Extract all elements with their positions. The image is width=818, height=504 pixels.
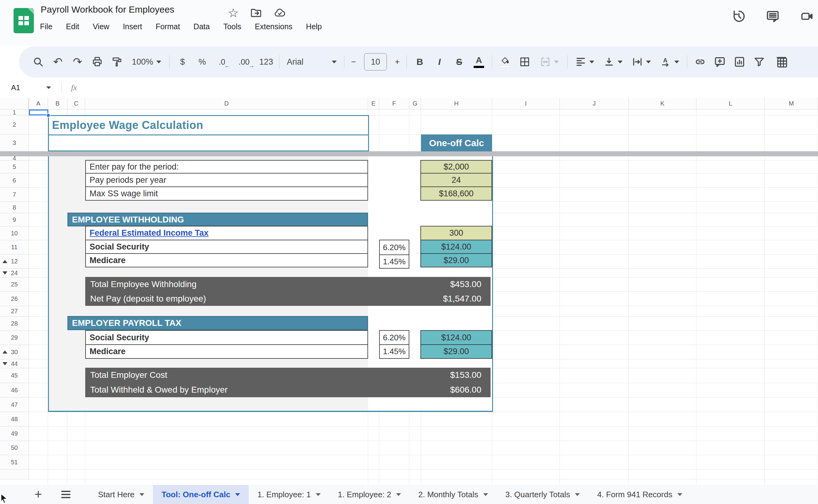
row-header-48[interactable]: 48	[0, 412, 29, 426]
net-pay-row[interactable]: Net Pay (deposit to employee) $1,547.00	[85, 291, 491, 306]
all-sheets-menu-icon[interactable]	[61, 491, 70, 498]
column-header-E[interactable]: E	[368, 98, 379, 110]
tab-caret-icon[interactable]	[235, 493, 240, 496]
cell-employer-ss-value[interactable]: $124.00	[421, 331, 491, 344]
move-folder-icon[interactable]	[250, 7, 262, 19]
create-filter-icon[interactable]	[749, 51, 769, 73]
menu-item-format[interactable]: Format	[156, 22, 180, 31]
menu-item-extensions[interactable]: Extensions	[255, 22, 292, 31]
menu-item-help[interactable]: Help	[306, 22, 322, 31]
sheets-logo-icon[interactable]	[14, 8, 34, 33]
cell-ss-rate[interactable]: 6.20%	[380, 240, 409, 254]
horizontal-align-button[interactable]	[571, 51, 599, 73]
row-header-25[interactable]: 25	[0, 278, 29, 292]
cell-employer-medicare-label[interactable]: Medicare	[86, 344, 367, 358]
tab-3-quarterly-totals[interactable]: 3. Quarterly Totals	[497, 485, 589, 504]
decrease-font-size-button[interactable]: −	[347, 51, 360, 73]
total-withholding-row[interactable]: Total Employee Withholding $453.00	[85, 277, 491, 291]
row-header-47[interactable]: 47	[0, 398, 29, 412]
cell-pay-period-label[interactable]: Enter pay for the period:	[86, 161, 367, 173]
selection-fill-handle[interactable]	[46, 113, 50, 118]
row-header-6[interactable]: 6	[0, 174, 29, 188]
frozen-rows-divider[interactable]	[0, 151, 818, 156]
row-header-3[interactable]: 3	[0, 134, 29, 151]
decrease-decimal-button[interactable]: .0←	[212, 51, 232, 73]
tab-caret-icon[interactable]	[316, 493, 321, 496]
row-header-50[interactable]: 50	[0, 441, 29, 455]
row-header-45[interactable]: 45	[0, 368, 29, 383]
font-selector[interactable]: Arial	[283, 51, 341, 73]
cell-employer-ss-rate[interactable]: 6.20%	[380, 331, 409, 344]
cell-pay-period-value[interactable]: $2,000	[421, 161, 491, 173]
row-header-46[interactable]: 46	[0, 383, 29, 398]
vertical-align-button[interactable]	[599, 51, 627, 73]
insert-chart-icon[interactable]	[730, 51, 749, 73]
search-icon[interactable]	[28, 51, 48, 73]
column-header-D[interactable]: D	[85, 98, 368, 110]
tab-start-here[interactable]: Start Here	[90, 485, 153, 504]
title-cell[interactable]: Employee Wage Calculation	[48, 115, 369, 151]
tab-2-monthly-totals[interactable]: 2. Monthly Totals	[410, 485, 497, 504]
row-header-11[interactable]: 11	[0, 240, 29, 254]
collapse-down-icon[interactable]	[2, 362, 7, 365]
increase-font-size-button[interactable]: +	[391, 51, 403, 73]
menu-item-file[interactable]: File	[40, 22, 52, 31]
star-icon[interactable]: ☆	[228, 7, 239, 19]
row-header-2[interactable]: 2	[0, 115, 29, 134]
pivot-table-icon[interactable]	[769, 51, 794, 73]
tab-caret-icon[interactable]	[677, 493, 682, 496]
cell-employer-medicare-value[interactable]: $29.00	[421, 344, 491, 358]
bold-button[interactable]: B	[410, 51, 430, 73]
federal-tax-link[interactable]: Federal Estimated Income Tax	[90, 228, 209, 238]
collapse-up-icon[interactable]	[2, 350, 7, 354]
tab-1-employee-2[interactable]: 1. Employee: 2	[329, 485, 410, 504]
name-box-caret-icon[interactable]	[46, 86, 51, 89]
row-header-8[interactable]: 8	[0, 202, 29, 213]
cloud-saved-icon[interactable]	[273, 7, 286, 19]
employee-withholding-header[interactable]: EMPLOYEE WITHHOLDING	[67, 213, 368, 226]
column-header-H[interactable]: H	[421, 98, 492, 110]
video-call-icon[interactable]	[800, 9, 814, 23]
name-box[interactable]: A1	[0, 83, 46, 92]
zoom-control[interactable]: 100%	[127, 51, 166, 73]
print-icon[interactable]	[87, 51, 107, 73]
strikethrough-button[interactable]: S	[449, 51, 469, 73]
number-format-button[interactable]: 123	[256, 51, 276, 73]
cell-medicare-label[interactable]: Medicare	[86, 253, 367, 267]
row-header-26[interactable]: 26	[0, 292, 29, 306]
row-header-10[interactable]: 10	[0, 226, 29, 240]
menu-item-edit[interactable]: Edit	[66, 22, 79, 31]
cell-max-ss-wage-value[interactable]: $168,600	[421, 186, 491, 200]
cell-max-ss-wage-label[interactable]: Max SS wage limit	[86, 186, 367, 200]
row-header-1[interactable]: 1	[0, 110, 29, 115]
tab-caret-icon[interactable]	[139, 493, 144, 496]
employer-payroll-tax-header[interactable]: EMPLOYER PAYROLL TAX	[67, 316, 368, 330]
sheet-canvas[interactable]: Employee Wage Calculation One-off Calc E…	[29, 110, 818, 485]
format-currency-button[interactable]: $	[173, 51, 192, 73]
increase-decimal-button[interactable]: .00→	[234, 51, 254, 73]
column-header-J[interactable]: J	[560, 98, 629, 110]
collapse-down-icon[interactable]	[2, 271, 7, 274]
insert-comment-icon[interactable]	[710, 51, 730, 73]
row-header-partial[interactable]	[0, 470, 29, 479]
cell-pay-periods-per-year-label[interactable]: Pay periods per year	[86, 173, 367, 186]
menu-item-data[interactable]: Data	[194, 22, 210, 31]
column-header-L[interactable]: L	[696, 98, 765, 110]
cell-employer-ss-label[interactable]: Social Security	[86, 331, 367, 344]
cell-pay-periods-per-year-value[interactable]: 24	[421, 173, 491, 186]
cell-employer-medicare-rate[interactable]: 1.45%	[380, 344, 409, 358]
column-header-A[interactable]: A	[29, 98, 48, 110]
menu-item-tools[interactable]: Tools	[223, 22, 241, 31]
fill-color-button[interactable]	[495, 51, 515, 73]
column-header-F[interactable]: F	[379, 98, 409, 110]
cell-medicare-value[interactable]: $29.00	[421, 253, 491, 267]
tab-4-form-941-records[interactable]: 4. Form 941 Records	[588, 485, 691, 504]
borders-button[interactable]	[515, 51, 535, 73]
text-wrap-button[interactable]	[627, 51, 656, 73]
row-header-30[interactable]: 30	[0, 345, 29, 359]
selection-a1[interactable]	[29, 110, 48, 115]
total-employer-cost-row[interactable]: Total Employer Cost $153.00	[85, 368, 491, 382]
cell-medicare-rate[interactable]: 1.45%	[380, 254, 409, 268]
select-all-corner[interactable]	[0, 98, 29, 110]
cell-ss-label[interactable]: Social Security	[86, 240, 367, 253]
